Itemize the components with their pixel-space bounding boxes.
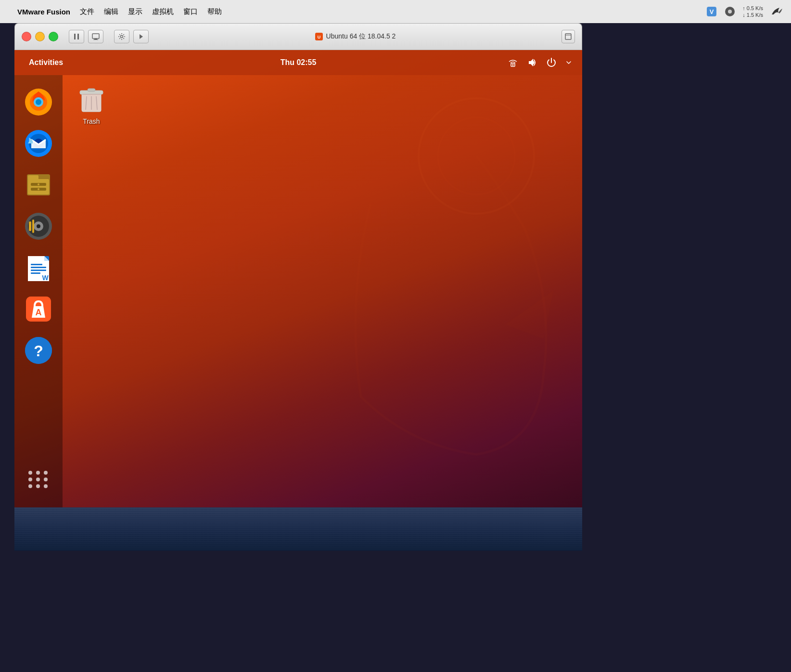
menu-vm[interactable]: 虚拟机 (152, 7, 174, 16)
trash-icon[interactable]: Trash (67, 80, 115, 129)
dock-item-thunderbird[interactable] (21, 126, 56, 161)
svg-rect-36 (29, 221, 31, 231)
network-speed: ↑ 0.5 K/s ↓ 1.5 K/s (742, 5, 763, 19)
dock-item-writer[interactable]: W (21, 250, 56, 285)
svg-rect-27 (28, 175, 38, 180)
dock-item-rhythmbox[interactable] (21, 209, 56, 244)
vm-title-text: Ubuntu 64 位 18.04.5 2 (326, 32, 396, 41)
svg-rect-8 (93, 39, 98, 40)
menu-help[interactable]: 帮助 (207, 7, 222, 16)
svg-rect-44 (31, 270, 46, 271)
menubar-right: V ↑ 0.5 K/s ↓ 1.5 K/s (706, 5, 783, 19)
apps-dot (36, 471, 40, 475)
menu-edit[interactable]: 编辑 (104, 7, 118, 16)
apps-dot (44, 471, 48, 475)
quicklook-icon[interactable] (724, 6, 736, 17)
ubuntu-dock: W A ? (14, 75, 63, 507)
svg-point-35 (37, 224, 40, 228)
svg-rect-12 (565, 34, 571, 39)
dock-item-firefox[interactable] (21, 85, 56, 119)
pause-icon (73, 33, 80, 40)
svg-rect-7 (94, 39, 97, 39)
thunderbird-icon (24, 129, 53, 158)
activities-button[interactable]: Activities (24, 56, 68, 69)
pause-button[interactable] (69, 30, 84, 43)
maximize-button[interactable] (49, 32, 58, 41)
settings-icon (118, 33, 126, 40)
svg-text:W: W (42, 274, 49, 282)
svg-point-3 (728, 10, 732, 13)
svg-rect-5 (77, 34, 79, 39)
apps-dot (44, 478, 48, 481)
svg-text:A: A (36, 308, 42, 317)
water-waves (14, 507, 582, 551)
volume-icon[interactable] (526, 57, 538, 68)
vmware-titlebar: U Ubuntu 64 位 18.04.5 2 (14, 23, 582, 50)
traffic-lights (22, 32, 58, 41)
apps-dot (28, 478, 32, 481)
ubuntu-panel: Activities Thu 02:55 (14, 50, 582, 75)
dock-item-software[interactable]: A (21, 292, 56, 326)
titlebar-nav (114, 30, 149, 43)
vmware-window: U Ubuntu 64 位 18.04.5 2 Activities Thu 0… (14, 23, 582, 507)
forward-icon (137, 33, 145, 40)
vmware-icon[interactable]: V (706, 6, 717, 17)
display-icon (92, 33, 100, 40)
svg-point-30 (38, 183, 39, 185)
svg-rect-59 (82, 94, 101, 111)
titlebar-title: U Ubuntu 64 位 18.04.5 2 (153, 32, 557, 41)
svg-point-9 (121, 36, 123, 38)
mac-menubar: VMware Fusion 文件 编辑 显示 虚拟机 窗口 帮助 V ↑ 0.5… (0, 0, 791, 23)
clock: Thu 02:55 (281, 58, 317, 67)
trash-can-icon (76, 84, 107, 115)
panel-right (507, 57, 573, 68)
firefox-icon (24, 88, 53, 116)
apps-dot (28, 471, 32, 475)
power-icon[interactable] (546, 57, 557, 68)
menu-display[interactable]: 显示 (128, 7, 142, 16)
fullscreen-icon (565, 33, 572, 40)
app-name[interactable]: VMware Fusion (17, 8, 70, 16)
menu-window[interactable]: 窗口 (183, 7, 198, 16)
dock-item-help[interactable]: ? (21, 333, 56, 368)
rhythmbox-icon (24, 212, 53, 241)
svg-rect-45 (31, 272, 40, 274)
apps-dot (36, 484, 40, 488)
writer-icon: W (24, 253, 53, 282)
svg-text:?: ? (34, 342, 43, 360)
svg-rect-37 (32, 220, 34, 233)
svg-rect-55 (88, 89, 95, 91)
fullscreen-button[interactable] (561, 30, 575, 43)
apps-dot (36, 478, 40, 481)
bird-icon (770, 5, 783, 18)
svg-rect-26 (28, 179, 49, 194)
dock-item-files[interactable] (21, 168, 56, 202)
settings-button[interactable] (114, 30, 129, 43)
svg-rect-4 (74, 34, 76, 39)
vm-title-icon: U (315, 32, 323, 41)
forward-button[interactable] (133, 30, 149, 43)
apps-dot (44, 484, 48, 488)
svg-text:U: U (317, 35, 320, 39)
help-icon: ? (24, 336, 53, 365)
display-button[interactable] (88, 30, 103, 43)
svg-text:V: V (710, 8, 714, 15)
minimize-button[interactable] (35, 32, 45, 41)
ubuntu-desktop: Activities Thu 02:55 (14, 50, 582, 507)
svg-rect-42 (31, 264, 42, 265)
ubuntu-watermark (274, 60, 553, 474)
files-icon (24, 170, 53, 199)
network-icon[interactable] (507, 57, 519, 68)
close-button[interactable] (22, 32, 31, 41)
desktop-icons: Trash (67, 80, 115, 129)
svg-point-16 (512, 65, 514, 66)
water-reflection (14, 507, 582, 551)
menu-file[interactable]: 文件 (80, 7, 94, 16)
panel-dropdown-icon[interactable] (565, 59, 573, 66)
svg-rect-43 (31, 267, 46, 268)
svg-point-31 (38, 188, 39, 190)
trash-label: Trash (83, 117, 100, 125)
show-apps-button[interactable] (28, 471, 49, 498)
software-icon: A (24, 295, 53, 323)
svg-point-20 (36, 99, 41, 105)
